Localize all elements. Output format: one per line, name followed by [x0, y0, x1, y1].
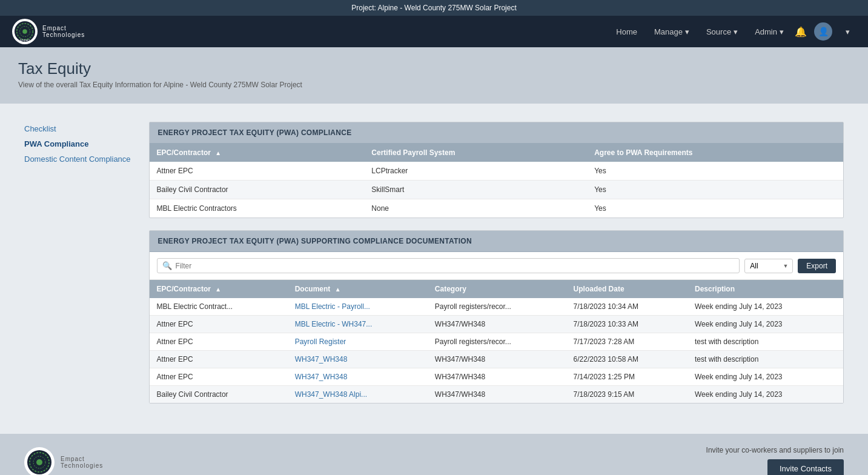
compliance-panel-header: ENERGY PROJECT TAX EQUITY (PWA) COMPLIAN… — [150, 122, 843, 144]
nav-manage-dropdown: Manage ▾ — [648, 24, 695, 40]
chevron-down-icon: ▾ — [734, 27, 738, 36]
epc-cell: MBL Electric Contract... — [150, 298, 288, 316]
svg-point-8 — [36, 459, 42, 465]
epc-cell: Attner EPC — [150, 333, 288, 351]
epc-cell: Attner EPC — [150, 368, 288, 386]
document-link[interactable]: WH347_WH348 Alpi... — [295, 390, 367, 399]
document-cell: MBL Electric - Payroll... — [288, 298, 428, 316]
logo-svg: Empact — [13, 20, 36, 43]
table-row: Bailey Civil Contractor SkillSmart Yes — [150, 181, 843, 199]
document-link[interactable]: Payroll Register — [295, 337, 346, 346]
sidebar-item-pwa-compliance[interactable]: PWA Compliance — [24, 139, 131, 148]
document-link[interactable]: MBL Electric - WH347... — [295, 320, 373, 328]
footer-brand-text: Empact Technologies — [61, 456, 103, 469]
sidebar-item-checklist[interactable]: Checklist — [24, 124, 131, 133]
uploaded-date-cell: 6/22/2023 10:58 AM — [566, 351, 687, 368]
document-cell: WH347_WH348 — [288, 368, 428, 386]
navbar: Empact Empact Technologies Home Manage ▾… — [0, 16, 868, 47]
chevron-down-icon: ▾ — [846, 27, 850, 36]
table-row: MBL Electric Contractors None Yes — [150, 199, 843, 218]
epc-cell: Attner EPC — [150, 316, 288, 333]
description-cell: test with description — [687, 351, 843, 368]
user-dropdown-button[interactable]: ▾ — [840, 24, 856, 40]
filter-input[interactable] — [176, 262, 735, 270]
footer-logo-circle — [24, 447, 55, 476]
epc-cell: Bailey Civil Contractor — [150, 386, 288, 404]
table-row: Attner EPC LCPtracker Yes — [150, 162, 843, 181]
banner-text: Project: Alpine - Weld County 275MW Sola… — [351, 4, 517, 12]
nav-source-button[interactable]: Source ▾ — [700, 24, 744, 40]
category-select[interactable]: All — [744, 259, 793, 273]
compliance-panel-body: EPC/Contractor ▲ Certified Payroll Syste… — [150, 144, 843, 218]
footer-invite: Invite your co-workers and suppliers to … — [706, 446, 844, 475]
description-cell: Week ending July 14, 2023 — [687, 298, 843, 316]
doc-col-document[interactable]: Document ▲ — [288, 280, 428, 298]
filter-row: 🔍 All Export — [150, 252, 843, 280]
payroll-system-cell: SkillSmart — [364, 181, 587, 199]
docs-panel-header: ENERGY PROJECT TAX EQUITY (PWA) SUPPORTI… — [150, 231, 843, 252]
table-row: MBL Electric Contract... MBL Electric - … — [150, 298, 843, 316]
uploaded-date-cell: 7/17/2023 7:28 AM — [566, 333, 687, 351]
agree-cell: Yes — [587, 199, 843, 218]
document-cell: WH347_WH348 — [288, 351, 428, 368]
doc-col-epc[interactable]: EPC/Contractor ▲ — [150, 280, 288, 298]
epc-cell: Attner EPC — [150, 351, 288, 368]
epc-cell: Bailey Civil Contractor — [150, 181, 365, 199]
chevron-down-icon: ▾ — [685, 27, 689, 36]
sort-icon: ▲ — [215, 286, 221, 293]
compliance-table-body: Attner EPC LCPtracker Yes Bailey Civil C… — [150, 162, 843, 218]
content-panels: ENERGY PROJECT TAX EQUITY (PWA) COMPLIAN… — [149, 122, 844, 416]
category-cell: WH347/WH348 — [428, 368, 566, 386]
nav-manage-button[interactable]: Manage ▾ — [648, 24, 695, 40]
docs-table-header-row: EPC/Contractor ▲ Document ▲ Category — [150, 280, 843, 298]
category-cell: Payroll registers/recor... — [428, 298, 566, 316]
sort-icon: ▲ — [215, 150, 221, 156]
svg-point-3 — [22, 29, 27, 34]
uploaded-date-cell: 7/18/2023 10:33 AM — [566, 316, 687, 333]
epc-cell: MBL Electric Contractors — [150, 199, 365, 218]
brand-logo: Empact Empact Technologies — [12, 19, 85, 44]
compliance-table-header-row: EPC/Contractor ▲ Certified Payroll Syste… — [150, 144, 843, 162]
svg-text:Empact: Empact — [20, 39, 30, 42]
avatar-icon: 👤 — [818, 27, 829, 36]
table-row: Attner EPC WH347_WH348 WH347/WH348 6/22/… — [150, 351, 843, 368]
chevron-down-icon: ▾ — [780, 27, 784, 36]
sidebar-item-domestic-content[interactable]: Domestic Content Compliance — [24, 154, 131, 164]
page-subtitle: View of the overall Tax Equity Informati… — [18, 81, 850, 89]
uploaded-date-cell: 7/18/2023 9:15 AM — [566, 386, 687, 404]
main-content: Checklist PWA Compliance Domestic Conten… — [0, 104, 868, 434]
category-cell: WH347/WH348 — [428, 351, 566, 368]
nav-home[interactable]: Home — [610, 24, 643, 40]
payroll-system-cell: None — [364, 199, 587, 218]
brand-name-text: Empact Technologies — [42, 25, 85, 38]
invite-contacts-button[interactable]: Invite Contacts — [767, 459, 844, 475]
category-cell: WH347/WH348 — [428, 316, 566, 333]
col-payroll-system: Certified Payroll System — [364, 144, 587, 162]
col-epc-contractor[interactable]: EPC/Contractor ▲ — [150, 144, 365, 162]
sidebar: Checklist PWA Compliance Domestic Conten… — [24, 122, 131, 416]
agree-cell: Yes — [587, 162, 843, 181]
document-cell: WH347_WH348 Alpi... — [288, 386, 428, 404]
notifications-button[interactable]: 🔔 — [795, 26, 807, 38]
docs-table: EPC/Contractor ▲ Document ▲ Category — [150, 280, 843, 403]
document-link[interactable]: WH347_WH348 — [295, 355, 348, 364]
nav-icons-group: 🔔 👤 ▾ — [795, 22, 856, 41]
compliance-table: EPC/Contractor ▲ Certified Payroll Syste… — [150, 144, 843, 218]
document-cell: Payroll Register — [288, 333, 428, 351]
avatar[interactable]: 👤 — [814, 22, 832, 41]
nav-admin-button[interactable]: Admin ▾ — [749, 24, 790, 40]
footer-main: Empact Technologies Invite your co-worke… — [0, 434, 868, 475]
compliance-panel: ENERGY PROJECT TAX EQUITY (PWA) COMPLIAN… — [149, 122, 844, 218]
export-button[interactable]: Export — [798, 259, 836, 273]
doc-col-category: Category — [428, 280, 566, 298]
document-link[interactable]: WH347_WH348 — [295, 373, 348, 381]
search-icon: 🔍 — [162, 261, 172, 270]
table-row: Attner EPC Payroll Register Payroll regi… — [150, 333, 843, 351]
document-link[interactable]: MBL Electric - Payroll... — [295, 302, 370, 311]
docs-table-body: MBL Electric Contract... MBL Electric - … — [150, 298, 843, 403]
document-cell: MBL Electric - WH347... — [288, 316, 428, 333]
nav-admin-dropdown: Admin ▾ — [749, 24, 790, 40]
epc-cell: Attner EPC — [150, 162, 365, 181]
footer-logo: Empact Technologies — [24, 447, 103, 476]
description-cell: Week ending July 14, 2023 — [687, 386, 843, 404]
